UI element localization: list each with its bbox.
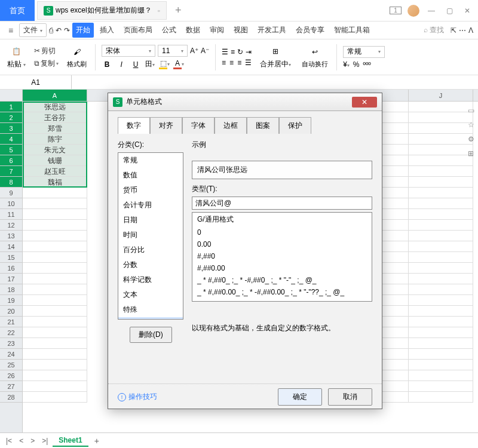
row-header[interactable]: 18 <box>0 284 22 295</box>
cell[interactable] <box>409 381 473 392</box>
menu-review[interactable]: 审阅 <box>206 23 228 38</box>
cell[interactable] <box>23 306 87 317</box>
redo-icon[interactable]: ↷ <box>64 26 70 35</box>
category-item[interactable]: 分数 <box>118 257 183 272</box>
increase-font-icon[interactable]: A⁺ <box>190 47 198 55</box>
cell[interactable] <box>23 284 87 295</box>
percent-icon[interactable]: % <box>353 60 360 69</box>
cell[interactable] <box>409 338 473 349</box>
format-item[interactable]: 0 <box>192 226 372 238</box>
cell[interactable] <box>23 263 87 274</box>
row-header[interactable]: 10 <box>0 198 22 209</box>
category-item[interactable]: 百分比 <box>118 243 183 257</box>
row-header[interactable]: 26 <box>0 370 22 381</box>
share-icon[interactable]: ⇱ <box>451 26 456 35</box>
cell[interactable] <box>409 327 473 338</box>
cell[interactable] <box>409 220 473 231</box>
cell[interactable] <box>23 317 87 327</box>
wrap-icon[interactable]: ⇥ <box>246 48 252 56</box>
cell[interactable] <box>23 220 87 231</box>
cell[interactable] <box>409 295 473 306</box>
row-header[interactable]: 7 <box>0 166 22 177</box>
row-header[interactable]: 13 <box>0 231 22 241</box>
dialog-tab[interactable]: 对齐 <box>150 117 182 134</box>
category-item[interactable]: 时间 <box>118 228 183 243</box>
cell[interactable]: 赵玉旺 <box>23 166 87 177</box>
new-tab-button[interactable]: + <box>167 1 190 20</box>
row-header[interactable]: 20 <box>0 306 22 317</box>
align-left-icon[interactable]: ≡ <box>222 59 226 67</box>
avatar[interactable] <box>407 5 419 17</box>
menu-insert[interactable]: 插入 <box>96 23 118 38</box>
category-item[interactable]: 货币 <box>118 183 183 198</box>
cell[interactable] <box>23 392 87 403</box>
font-color-button[interactable]: A▾ <box>173 59 184 69</box>
sheet-tab-active[interactable]: Sheet1 <box>53 435 88 447</box>
cell[interactable] <box>409 231 473 241</box>
select-all-corner[interactable] <box>0 90 23 102</box>
dialog-tab[interactable]: 边框 <box>215 117 247 134</box>
category-item[interactable]: 文本 <box>118 287 183 302</box>
cell[interactable] <box>409 263 473 274</box>
cell[interactable]: 朱元文 <box>23 145 87 155</box>
dialog-ok-button[interactable]: 确定 <box>278 388 322 406</box>
cell[interactable] <box>409 360 473 370</box>
cell[interactable] <box>409 284 473 295</box>
row-header[interactable]: 5 <box>0 145 22 155</box>
row-header[interactable]: 3 <box>0 123 22 134</box>
cell[interactable] <box>409 209 473 220</box>
cell[interactable]: 王谷芬 <box>23 112 87 123</box>
add-sheet-button[interactable]: + <box>91 435 103 447</box>
sidebar-gear-icon[interactable]: ⚙ <box>466 135 476 145</box>
sidebar-bookmark-icon[interactable]: ☆ <box>466 121 476 130</box>
row-header[interactable]: 1 <box>0 102 22 112</box>
format-item[interactable]: #,##0 <box>192 250 372 262</box>
comma-style-icon[interactable]: ººº <box>363 60 371 69</box>
sheet-nav-prev-icon[interactable]: < <box>17 435 26 446</box>
delete-format-button[interactable]: 删除(D) <box>130 327 172 343</box>
dialog-tab[interactable]: 图案 <box>247 117 279 134</box>
menu-file[interactable]: 文件 ▾ <box>19 23 46 37</box>
font-select[interactable]: 宋体▾ <box>102 45 155 57</box>
category-item[interactable]: 常规 <box>118 153 183 168</box>
bold-button[interactable]: B <box>102 60 112 69</box>
row-header[interactable]: 9 <box>0 188 22 198</box>
row-header[interactable]: 21 <box>0 317 22 327</box>
dialog-tab[interactable]: 字体 <box>182 117 215 134</box>
dialog-tab[interactable]: 保护 <box>279 117 311 134</box>
row-header[interactable]: 2 <box>0 112 22 123</box>
row-header[interactable]: 25 <box>0 360 22 370</box>
format-item[interactable]: _ * #,##0_ ;_ * -#,##0_ ;_ * "-"_ ;_ @_ <box>192 274 372 286</box>
row-header[interactable]: 8 <box>0 177 22 188</box>
row-header[interactable]: 27 <box>0 381 22 392</box>
row-header[interactable]: 22 <box>0 327 22 338</box>
undo-icon[interactable]: ↶ <box>56 26 62 35</box>
menu-view[interactable]: 视图 <box>230 23 252 38</box>
cell[interactable]: 陈宇 <box>23 134 87 145</box>
cell[interactable] <box>23 252 87 263</box>
copy-button[interactable]: ⧉ 复制 ▾ <box>34 59 59 69</box>
cell[interactable] <box>23 295 87 306</box>
row-header[interactable]: 6 <box>0 155 22 166</box>
tab-dropdown-icon[interactable]: ▫ <box>158 7 160 15</box>
cell[interactable] <box>409 392 473 403</box>
cell[interactable] <box>23 198 87 209</box>
cell[interactable] <box>23 360 87 370</box>
align-center-icon[interactable]: ≡ <box>229 59 234 67</box>
cell[interactable] <box>409 177 473 188</box>
category-item[interactable]: 特殊 <box>118 302 183 317</box>
wrap-text-button[interactable]: ↩ 自动换行 <box>299 42 330 72</box>
format-item[interactable]: 0.00 <box>192 238 372 250</box>
dialog-cancel-button[interactable]: 取消 <box>328 388 372 406</box>
row-header[interactable]: 24 <box>0 349 22 360</box>
window-minimize-icon[interactable]: — <box>425 7 437 15</box>
window-maximize-icon[interactable]: ▢ <box>443 7 455 15</box>
row-header[interactable]: 15 <box>0 252 22 263</box>
row-header[interactable]: 17 <box>0 274 22 284</box>
row-header[interactable]: 28 <box>0 392 22 403</box>
fill-color-button[interactable]: ⬚▾ <box>159 59 170 69</box>
format-item[interactable]: _ * #,##0.00_ ;_ * -#,##0.00_ ;_ * "-"??… <box>192 286 372 298</box>
cell[interactable] <box>409 241 473 252</box>
cell[interactable] <box>23 274 87 284</box>
cell[interactable] <box>409 198 473 209</box>
